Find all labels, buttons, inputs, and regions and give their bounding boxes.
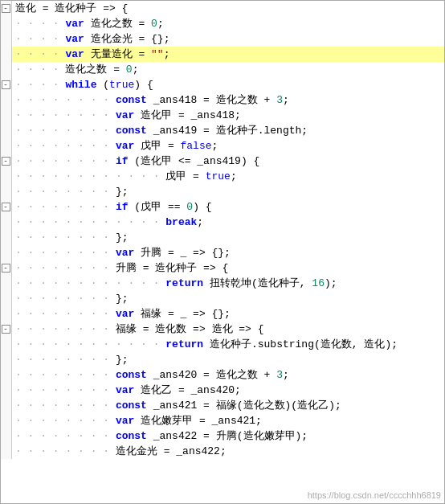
table-row: · · · · · · · · };: [1, 352, 444, 367]
gutter-cell: [1, 123, 12, 138]
gutter-cell: -: [1, 1, 12, 16]
table-row: · · · · · · · · const _ans420 = 造化之数 + 3…: [1, 367, 444, 383]
table-row: -· · · · · · · · 升腾 = 造化种子 => {: [1, 260, 444, 276]
table-row: · · · · · · · · var 福缘 = _ => {};: [1, 306, 444, 322]
code-text: · · · · 造化之数 = 0;: [12, 62, 444, 77]
table-row: · · · · · · · · var 造化乙 = _ans420;: [1, 383, 444, 398]
fold-icon[interactable]: -: [2, 157, 10, 166]
gutter-cell: [1, 16, 12, 31]
gutter-cell: [1, 276, 12, 291]
gutter-cell: -: [1, 199, 12, 215]
code-text: · · · · · · · · const _ans419 = 造化种子.len…: [12, 123, 444, 138]
gutter-cell: [1, 291, 12, 306]
watermark: https://blog.csdn.net/cccchhh6819: [308, 490, 441, 500]
table-row: · · · · · · · · · · · · break;: [1, 215, 444, 230]
code-text: · · · · · · · · var 造化乙 = _ans420;: [12, 383, 444, 398]
code-text: · · · · · · · · var 戊甲 = false;: [12, 138, 444, 154]
code-text: · · · · · · · · var 造化甲 = _ans418;: [12, 108, 444, 123]
code-text: · · · · · · · · · · · · return 扭转乾坤(造化种子…: [12, 276, 444, 291]
gutter-cell: [1, 169, 12, 184]
table-row: · · · · var 无量造化 = "";: [1, 47, 444, 62]
code-text: · · · · · · · · };: [12, 291, 444, 306]
table-row: · · · · · · · · 造化金光 = _ans422;: [1, 444, 444, 459]
code-text: · · · · var 无量造化 = "";: [12, 47, 444, 62]
code-text: · · · · · · · · 造化金光 = _ans422;: [12, 444, 444, 459]
gutter-cell: [1, 428, 12, 444]
gutter-cell: [1, 245, 12, 260]
code-text: · · · · · · · · var 造化嫩芽甲 = _ans421;: [12, 413, 444, 428]
table-row: · · · · · · · · var 戊甲 = false;: [1, 138, 444, 154]
code-text: · · · · while (true) {: [12, 77, 444, 92]
gutter-cell: [1, 413, 12, 428]
code-text: · · · · · · · · 福缘 = 造化数 => 造化 => {: [12, 322, 444, 337]
code-text: · · · · · · · · if (戊甲 == 0) {: [12, 199, 444, 215]
table-row: · · · · · · · · };: [1, 184, 444, 199]
code-text: · · · · · · · · · · · · return 造化种子.subs…: [12, 337, 444, 352]
gutter-cell: [1, 92, 12, 108]
code-text: · · · · · · · · const _ans418 = 造化之数 + 3…: [12, 92, 444, 108]
fold-icon[interactable]: -: [2, 264, 10, 272]
table-row: · · · · · · · · var 造化甲 = _ans418;: [1, 108, 444, 123]
code-text: 造化 = 造化种子 => {: [12, 1, 444, 16]
gutter-cell: [1, 444, 12, 459]
table-row: · · · · var 造化之数 = 0;: [1, 16, 444, 31]
code-text: · · · · · · · · const _ans421 = 福缘(造化之数)…: [12, 398, 444, 413]
fold-icon[interactable]: -: [2, 80, 10, 89]
table-row: · · · · · · · · };: [1, 291, 444, 306]
gutter-cell: [1, 215, 12, 230]
table-row: · · · · · · · · };: [1, 230, 444, 245]
gutter-cell: [1, 398, 12, 413]
code-text: · · · · · · · · };: [12, 230, 444, 245]
fold-icon[interactable]: -: [2, 325, 10, 334]
table-row: -· · · · while (true) {: [1, 77, 444, 92]
gutter-cell: [1, 306, 12, 322]
table-row: -· · · · · · · · if (戊甲 == 0) {: [1, 199, 444, 215]
table-row: · · · · var 造化金光 = {};: [1, 31, 444, 47]
code-text: · · · · · · · · const _ans420 = 造化之数 + 3…: [12, 367, 444, 383]
code-text: · · · · var 造化之数 = 0;: [12, 16, 444, 31]
table-row: · · · · · · · · const _ans421 = 福缘(造化之数)…: [1, 398, 444, 413]
gutter-cell: [1, 230, 12, 245]
table-row: -造化 = 造化种子 => {: [1, 1, 444, 16]
code-text: · · · · · · · · if (造化甲 <= _ans419) {: [12, 154, 444, 169]
table-row: · · · · · · · · const _ans418 = 造化之数 + 3…: [1, 92, 444, 108]
fold-icon[interactable]: -: [2, 4, 10, 13]
code-text: · · · · · · · · };: [12, 352, 444, 367]
code-text: · · · · var 造化金光 = {};: [12, 31, 444, 47]
code-text: · · · · · · · · };: [12, 184, 444, 199]
table-row: · · · · 造化之数 = 0;: [1, 62, 444, 77]
gutter-cell: [1, 31, 12, 47]
table-row: -· · · · · · · · 福缘 = 造化数 => 造化 => {: [1, 322, 444, 337]
gutter-cell: [1, 367, 12, 383]
table-row: -· · · · · · · · if (造化甲 <= _ans419) {: [1, 154, 444, 169]
gutter-cell: -: [1, 260, 12, 276]
gutter-cell: -: [1, 154, 12, 169]
code-text: · · · · · · · · · · · · 戊甲 = true;: [12, 169, 444, 184]
code-text: · · · · · · · · var 福缘 = _ => {};: [12, 306, 444, 322]
code-text: · · · · · · · · var 升腾 = _ => {};: [12, 245, 444, 260]
gutter-cell: [1, 337, 12, 352]
fold-icon[interactable]: -: [2, 203, 10, 211]
table-row: · · · · · · · · const _ans422 = 升腾(造化嫩芽甲…: [1, 428, 444, 444]
table-row: · · · · · · · · · · · · return 扭转乾坤(造化种子…: [1, 276, 444, 291]
gutter-cell: -: [1, 77, 12, 92]
gutter-cell: [1, 383, 12, 398]
table-row: · · · · · · · · var 造化嫩芽甲 = _ans421;: [1, 413, 444, 428]
gutter-cell: [1, 47, 12, 62]
gutter-cell: [1, 184, 12, 199]
table-row: · · · · · · · · var 升腾 = _ => {};: [1, 245, 444, 260]
gutter-cell: [1, 138, 12, 154]
code-text: · · · · · · · · 升腾 = 造化种子 => {: [12, 260, 444, 276]
code-editor: -造化 = 造化种子 => {· · · · var 造化之数 = 0;· · …: [0, 0, 445, 504]
gutter-cell: -: [1, 322, 12, 337]
gutter-cell: [1, 108, 12, 123]
code-text: · · · · · · · · · · · · break;: [12, 215, 444, 230]
gutter-cell: [1, 352, 12, 367]
table-row: · · · · · · · · · · · · 戊甲 = true;: [1, 169, 444, 184]
code-text: · · · · · · · · const _ans422 = 升腾(造化嫩芽甲…: [12, 428, 444, 444]
gutter-cell: [1, 62, 12, 77]
table-row: · · · · · · · · · · · · return 造化种子.subs…: [1, 337, 444, 352]
table-row: · · · · · · · · const _ans419 = 造化种子.len…: [1, 123, 444, 138]
